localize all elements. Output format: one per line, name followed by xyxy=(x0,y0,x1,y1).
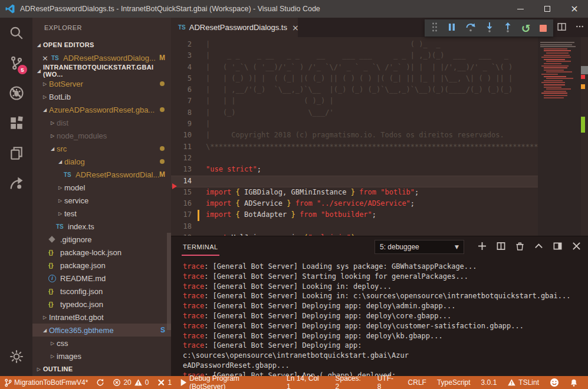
terminal-line: trace: [General Bot Server] Looking in: … xyxy=(183,282,582,292)
settings-gear-icon[interactable] xyxy=(0,341,32,371)
extensions-icon[interactable] xyxy=(0,108,32,138)
code-line-7: | | | ( )_) | xyxy=(206,95,538,107)
chevron-collapsed-icon: ▷ xyxy=(48,354,57,359)
tree-item-test[interactable]: ▷test xyxy=(32,207,171,220)
tree-item-model[interactable]: ▷model xyxy=(32,181,171,194)
section-workspace[interactable]: ◢ INTRANETBOTQUICKSTART.GBAI (WO... xyxy=(32,64,171,77)
share-icon[interactable] xyxy=(0,168,32,198)
tree-item-adresetpassworddial-[interactable]: TSADResetPasswordDial...M xyxy=(32,168,171,181)
cursor-position-status[interactable]: Ln 14, Col 1 xyxy=(281,376,330,389)
code-line-6: | | ,__/'(_) `\__,_)`\__ |(_) (_) (_)`\_… xyxy=(206,84,538,95)
tools-status[interactable]: 1 xyxy=(153,376,176,389)
new-terminal-icon[interactable] xyxy=(478,242,487,252)
indentation-status[interactable]: Spaces: 2 xyxy=(330,376,372,389)
restart-icon[interactable]: ↺ xyxy=(521,23,531,34)
tree-item-botlib[interactable]: ▷BotLib xyxy=(32,90,171,103)
step-over-icon[interactable] xyxy=(465,22,476,34)
terminal-selector[interactable]: 5: debuggee ▼ xyxy=(375,240,464,254)
maximize-panel-icon[interactable] xyxy=(534,242,543,252)
typescript-version-status[interactable]: 3.0.1 xyxy=(476,376,502,389)
tree-item--gitignore[interactable]: .gitignore xyxy=(32,233,171,246)
tree-item-azureadpasswordreset-gba-[interactable]: ◢AzureADPasswordReset.gba... xyxy=(32,103,171,116)
typescript-file-icon: TS xyxy=(56,223,68,230)
tree-item-images[interactable]: ▷images xyxy=(32,350,171,362)
tree-item-label: dist xyxy=(57,118,68,127)
open-editor-label: ADResetPasswordDialog... xyxy=(63,54,156,62)
code-editor[interactable]: 2345678910111213141516171819 | ( )_ _| _… xyxy=(171,37,588,236)
encoding-status[interactable]: UTF-8 xyxy=(372,376,403,389)
documents-icon[interactable] xyxy=(0,138,32,168)
tree-item-readme-md[interactable]: iREADME.md xyxy=(32,272,171,285)
tree-item-css[interactable]: ▷css xyxy=(32,337,171,350)
minimize-button[interactable] xyxy=(507,0,534,18)
sync-status[interactable] xyxy=(92,376,109,389)
tree-item-package-lock-json[interactable]: {}package-lock.json xyxy=(32,246,171,259)
status-bar: MigrationToBotFmwV4* 20 0 1 Debug Progra… xyxy=(0,376,588,389)
terminal-line: trace: [General Bot Server] Loading sys … xyxy=(183,262,582,272)
maximize-button[interactable] xyxy=(534,0,561,18)
tree-item-index-ts[interactable]: TSindex.ts xyxy=(32,220,171,233)
typescript-file-icon: TS xyxy=(178,24,186,31)
scrollbar-slider[interactable] xyxy=(581,66,588,74)
split-terminal-icon[interactable] xyxy=(497,242,505,252)
terminal-line: trace: [General Bot Server] Deploying ap… xyxy=(183,341,582,361)
editor-scrollbar[interactable] xyxy=(581,37,588,236)
tree-item-package-json[interactable]: {}package.json xyxy=(32,259,171,272)
tslint-status[interactable]: TSLint xyxy=(502,376,544,389)
json-file-icon: {} xyxy=(48,249,60,256)
terminal-line: eADPasswordReset.gbapp... xyxy=(183,361,582,371)
tab-adresetpassworddialogs[interactable]: TS ADResetPasswordDialogs.ts × xyxy=(171,18,298,37)
problems-status[interactable]: 20 0 xyxy=(109,376,153,389)
pause-icon[interactable] xyxy=(447,22,456,34)
chevron-collapsed-icon: ▷ xyxy=(41,315,49,320)
close-editor-icon[interactable]: × xyxy=(42,54,51,62)
more-actions-icon[interactable] xyxy=(575,22,584,33)
tab-close-icon[interactable]: × xyxy=(292,23,299,32)
tree-item-dist[interactable]: ▷dist xyxy=(32,116,171,129)
tree-item-label: css xyxy=(57,339,68,348)
language-status[interactable]: TypeScript xyxy=(432,376,476,389)
open-editor-item[interactable]: × TS ADResetPasswordDialog... M xyxy=(32,51,171,64)
tree-item-node-modules[interactable]: ▷node_modules xyxy=(32,129,171,142)
git-modified-dot xyxy=(160,81,165,86)
git-modified-dot xyxy=(160,146,165,151)
tree-item-botserver[interactable]: ▷BotServer xyxy=(32,77,171,90)
section-open-editors[interactable]: ◢ OPEN EDITORS xyxy=(32,38,171,51)
tree-item-dialog[interactable]: ◢dialog xyxy=(32,155,171,168)
code-content[interactable]: | ( )_ _| _ _ _ __ _ _ __ ___ ___ _ _ | … xyxy=(206,39,538,236)
eol-status[interactable]: CRLF xyxy=(403,376,432,389)
source-control-icon[interactable]: 5 xyxy=(0,48,32,78)
stop-icon[interactable] xyxy=(540,25,547,32)
debug-program-status[interactable]: Debug Program (BotServer) xyxy=(176,376,281,389)
tree-item-service[interactable]: ▷service xyxy=(32,194,171,207)
tree-item-office365-gbtheme[interactable]: ◢Office365.gbthemeS xyxy=(32,324,171,337)
tools-count: 1 xyxy=(167,378,172,387)
step-into-icon[interactable] xyxy=(485,22,494,34)
tree-item-typedoc-json[interactable]: {}typedoc.json xyxy=(32,298,171,311)
search-icon[interactable] xyxy=(0,18,32,48)
close-button[interactable]: × xyxy=(561,0,588,18)
terminal-tab[interactable]: TERMINAL xyxy=(182,238,219,256)
section-outline[interactable]: ▷ OUTLINE xyxy=(32,362,171,375)
debug-icon[interactable] xyxy=(0,78,32,108)
split-editor-icon[interactable] xyxy=(557,22,567,34)
kill-terminal-icon[interactable] xyxy=(515,242,524,252)
minimap[interactable] xyxy=(538,37,581,236)
git-branch-status[interactable]: MigrationToBotFmwV4* xyxy=(0,376,92,389)
sidebar-scrollbar[interactable] xyxy=(167,233,171,330)
panel-layout-icon[interactable] xyxy=(553,242,562,252)
close-panel-icon[interactable] xyxy=(572,242,581,252)
step-out-icon[interactable] xyxy=(503,22,513,34)
code-line-2: | ( )_ _ xyxy=(206,39,538,50)
tree-item-src[interactable]: ◢src xyxy=(32,142,171,155)
chevron-expanded-icon: ◢ xyxy=(35,42,43,48)
feedback-smiley-icon[interactable] xyxy=(544,376,564,389)
sidebar-title: EXPLORER xyxy=(32,18,171,38)
tree-item-tsconfig-json[interactable]: {}tsconfig.json xyxy=(32,285,171,298)
breakpoint-arrow-icon[interactable] xyxy=(172,183,177,189)
notifications-bell-icon[interactable] xyxy=(564,376,583,389)
toolbar-drag-grip[interactable] xyxy=(431,21,438,35)
warning-count: 0 xyxy=(145,378,149,387)
tree-item-intranetbot-gbot[interactable]: ▷IntranetBot.gbot xyxy=(32,311,171,324)
terminal-output[interactable]: trace: [General Bot Server] Loading sys … xyxy=(183,262,582,389)
